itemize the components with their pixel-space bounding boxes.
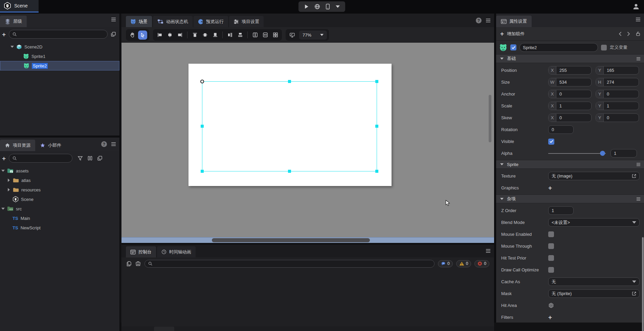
play-button[interactable] [304,4,309,9]
error-count-badge[interactable]: 0 [474,260,489,267]
add-component-label[interactable]: 增加组件 [507,31,525,37]
skew-y-field[interactable]: Y0 [596,113,639,122]
z-order-field[interactable]: 1 [548,206,574,215]
warning-count-badge[interactable]: 0 [456,260,471,267]
tab-animation-state-machine[interactable]: 动画状态机 [153,16,193,27]
run-options-dropdown-icon[interactable] [336,5,340,8]
clear-console-icon[interactable] [135,261,141,267]
section-menu-icon[interactable] [636,57,641,61]
tab-project-resources[interactable]: 项目资源 [0,140,35,151]
unlock-icon[interactable] [636,31,641,36]
viewport-horizontal-scrollbar[interactable] [121,237,494,243]
hierarchy-add-button[interactable]: + [2,31,6,38]
size-w-field[interactable]: W534 [548,78,592,86]
tree-node-atlas[interactable]: atlas [0,175,119,185]
duplicate-icon[interactable] [97,156,103,161]
display-toggle-button[interactable] [288,30,297,40]
nav-back-icon[interactable] [619,32,622,36]
filters-add-button[interactable]: + [548,314,552,320]
scene-view-menu-icon[interactable] [486,18,491,23]
add-component-plus-icon[interactable]: + [500,30,504,37]
scale-x-field[interactable]: X1 [548,102,592,110]
node-enabled-checkbox[interactable] [510,44,516,50]
scene-viewport[interactable] [121,43,494,237]
section-menu-icon[interactable] [636,163,641,166]
align-bottom-button[interactable] [210,30,220,40]
user-account-icon[interactable] [632,3,640,10]
expand-caret-icon[interactable] [10,46,14,48]
hierarchy-search-input[interactable] [9,30,108,39]
resize-handle-left[interactable] [201,125,204,128]
skew-x-field[interactable]: X0 [548,113,592,122]
tree-node-main-script[interactable]: TS Main [0,213,119,223]
web-preview-button[interactable] [314,4,320,9]
tree-node-sprite1[interactable]: Sprite1 [0,51,119,61]
help-icon[interactable]: ? [476,18,482,23]
tab-scene-view[interactable]: 场景 [126,16,152,27]
draw-call-optimize-checkbox[interactable] [548,267,554,273]
help-icon[interactable]: ? [101,141,107,147]
tab-timeline-animation[interactable]: 时间轴动画 [157,246,196,257]
blend-mode-dropdown[interactable]: <未设置> [548,218,640,227]
align-top-button[interactable] [190,30,199,40]
tab-property-settings[interactable]: 属性设置 [496,16,532,27]
anchor-y-field[interactable]: Y0 [596,90,639,98]
align-middle-vertical-button[interactable] [200,30,209,40]
resize-handle-top[interactable] [288,80,291,83]
console-menu-icon[interactable] [486,249,491,253]
zoom-level-select[interactable]: 77% [299,30,327,40]
texture-picker-icon[interactable] [631,173,637,179]
distribute-vertical-button[interactable] [236,30,245,40]
mouse-through-checkbox[interactable] [548,243,554,249]
scale-y-field[interactable]: Y1 [596,102,639,110]
tab-widgets[interactable]: 小部件 [35,140,66,151]
alpha-value-field[interactable]: 1 [610,149,637,158]
expand-caret-icon[interactable] [1,208,5,210]
distribute-horizontal-button[interactable] [225,30,235,40]
anchor-x-field[interactable]: X0 [548,90,592,98]
mouse-enabled-checkbox[interactable] [548,231,554,237]
grid-arrange-button[interactable] [271,30,280,40]
resize-handle-bottom-left[interactable] [201,170,204,173]
hierarchy-duplicate-icon[interactable] [111,32,116,37]
node-name-input[interactable] [523,45,595,50]
align-left-button[interactable] [155,30,164,40]
tab-hierarchy[interactable]: 层级 [0,16,27,27]
tree-node-scene-asset[interactable]: Scene [0,194,119,204]
tree-node-sprite2-selected[interactable]: Sprite2 [0,61,119,70]
size-h-field[interactable]: H274 [596,78,639,86]
alpha-slider[interactable] [548,153,606,154]
app-tab-scene[interactable]: Scene [0,0,39,13]
tree-node-resources[interactable]: resources [0,185,119,194]
mask-field[interactable]: 无 (Sprite) [548,289,640,298]
match-height-button[interactable] [250,30,260,40]
inspector-menu-icon[interactable] [636,17,641,22]
rotation-field[interactable]: 0 [548,125,574,134]
resize-handle-bottom[interactable] [288,170,291,173]
console-search-field[interactable] [155,261,431,266]
resources-search-input[interactable] [9,154,72,163]
hit-area-shape-icon[interactable] [548,303,554,308]
select-tool-button[interactable] [138,30,147,40]
tree-node-assets[interactable]: assets [0,166,119,175]
resources-menu-icon[interactable] [111,142,116,146]
horizontal-scrollbar-thumb[interactable] [212,238,370,242]
filter-funnel-icon[interactable] [77,156,83,161]
align-center-horizontal-button[interactable] [165,30,174,40]
nav-forward-icon[interactable] [627,32,630,36]
position-x-field[interactable]: X255 [548,66,592,75]
tab-preview-run[interactable]: 预览运行 [194,16,228,27]
expand-caret-icon[interactable] [1,170,5,172]
section-menu-icon[interactable] [636,197,641,201]
position-y-field[interactable]: Y165 [596,66,639,75]
inspector-scrollbar-thumb[interactable] [642,237,644,331]
alpha-slider-thumb[interactable] [600,151,605,156]
viewport-vertical-scrollbar[interactable] [489,95,491,142]
mask-picker-icon[interactable] [631,291,637,296]
tab-console[interactable]: 控制台 [126,246,156,257]
mobile-preview-button[interactable] [325,4,330,9]
resources-add-button[interactable]: + [2,155,6,162]
anchor-point-handle[interactable] [200,80,204,83]
resources-search-field[interactable] [19,156,79,161]
hierarchy-search-field[interactable] [19,32,104,37]
